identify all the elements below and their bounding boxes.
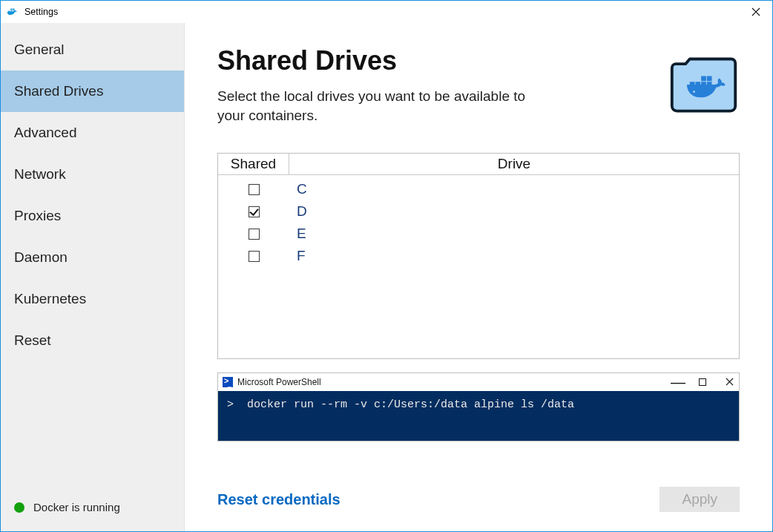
drives-table: Shared Drive C D E F (217, 153, 740, 359)
drive-row: E (218, 223, 739, 245)
powershell-window: Microsoft PowerShell — > docker run --rm… (217, 372, 740, 441)
drive-label[interactable]: D (289, 203, 739, 220)
col-header-shared: Shared (218, 154, 289, 175)
sidebar-item-general[interactable]: General (1, 29, 184, 70)
apply-button[interactable]: Apply (659, 487, 740, 512)
powershell-title: Microsoft PowerShell (237, 377, 321, 387)
drive-label[interactable]: E (289, 226, 739, 242)
drive-row: C (218, 178, 739, 200)
sidebar-item-advanced[interactable]: Advanced (1, 112, 184, 154)
ps-minimize-button[interactable]: — (671, 380, 681, 384)
window-title: Settings (24, 7, 58, 17)
sidebar-item-shared-drives[interactable]: Shared Drives (1, 70, 184, 112)
col-header-drive: Drive (289, 154, 739, 175)
drive-row: F (218, 245, 739, 267)
drives-table-header: Shared Drive (218, 154, 739, 175)
powershell-titlebar: Microsoft PowerShell — (218, 373, 739, 391)
drive-row: D (218, 200, 739, 223)
folder-whale-icon (668, 50, 740, 116)
ps-maximize-button[interactable] (697, 376, 708, 388)
page-subtitle: Select the local drives you want to be a… (217, 87, 529, 125)
status-text: Docker is running (33, 501, 120, 513)
sidebar-item-kubernetes[interactable]: Kubernetes (1, 278, 184, 320)
reset-credentials-link[interactable]: Reset credentials (217, 491, 341, 508)
powershell-body[interactable]: > docker run --rm -v c:/Users:/data alpi… (218, 391, 739, 441)
powershell-icon (223, 377, 233, 387)
sidebar-item-proxies[interactable]: Proxies (1, 195, 184, 237)
drive-label[interactable]: F (289, 248, 739, 264)
ps-close-button[interactable] (724, 376, 734, 388)
sidebar-item-network[interactable]: Network (1, 154, 184, 195)
checkbox-drive-d[interactable] (249, 206, 260, 217)
window-titlebar: Settings (1, 1, 772, 23)
checkbox-drive-c[interactable] (249, 184, 260, 195)
page-title: Shared Drives (217, 45, 529, 76)
status-indicator-icon (14, 502, 24, 513)
svg-point-0 (693, 91, 695, 93)
docker-icon (7, 5, 20, 19)
main-panel: Shared Drives Select the local drives yo… (185, 23, 772, 531)
checkbox-drive-e[interactable] (249, 229, 260, 240)
drive-label[interactable]: C (289, 181, 739, 197)
sidebar: General Shared Drives Advanced Network P… (1, 23, 185, 531)
sidebar-item-reset[interactable]: Reset (1, 320, 184, 361)
status-area: Docker is running (1, 487, 184, 531)
close-button[interactable] (740, 1, 772, 23)
sidebar-item-daemon[interactable]: Daemon (1, 237, 184, 278)
checkbox-drive-f[interactable] (249, 251, 260, 262)
